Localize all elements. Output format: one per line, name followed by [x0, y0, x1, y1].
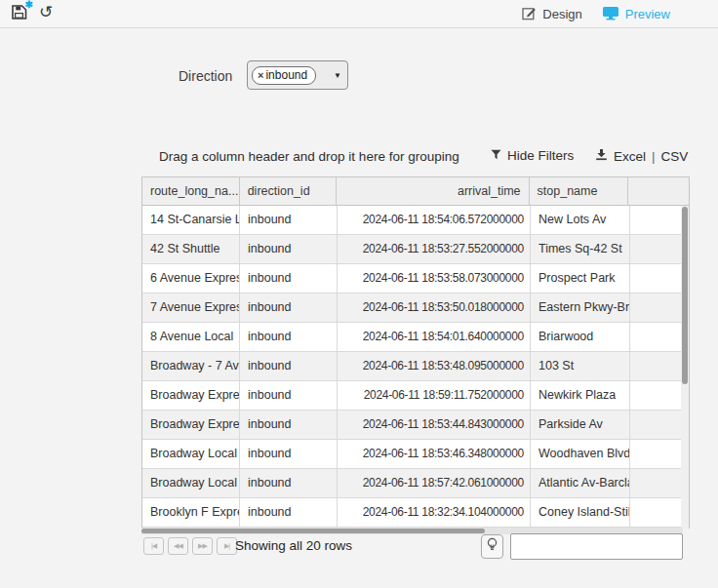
design-mode-label: Design — [542, 7, 581, 21]
cell-stop: Eastern Pkwy-Brooklyn Museum — [531, 294, 630, 322]
cell-direction: inbound — [240, 498, 338, 527]
cell-empty — [630, 411, 682, 439]
pager-first-page-button[interactable]: |◀ — [143, 537, 164, 555]
cell-route: 14 St-Canarsie Local — [142, 206, 240, 234]
column-header-spacer — [628, 177, 689, 205]
design-mode-button[interactable]: Design — [522, 6, 581, 23]
vertical-scrollbar-thumb[interactable] — [682, 207, 688, 384]
cell-direction: inbound — [240, 206, 338, 234]
cell-empty — [630, 381, 682, 410]
group-drop-hint: Drag a column header and drop it here fo… — [159, 149, 459, 164]
cell-route: Broadway Express — [142, 411, 240, 439]
cell-arrival-time: 2024-06-11 18:54:01.640000000 — [338, 323, 531, 351]
table-row[interactable]: Broadway Local inbound 2024-06-11 18:53:… — [142, 440, 682, 469]
cell-stop: Parkside Av — [531, 411, 630, 439]
table-row[interactable]: 6 Avenue Express inbound 2024-06-11 18:5… — [142, 264, 682, 294]
cell-arrival-time: 2024-06-11 18:54:06.572000000 — [338, 206, 531, 234]
cell-route: Broadway Express — [142, 381, 240, 410]
unsaved-changes-star-icon: ✱ — [25, 0, 33, 10]
cell-route: Broadway Local — [142, 469, 240, 497]
cell-route: Brooklyn F Express — [142, 498, 240, 527]
export-separator: | — [652, 149, 656, 164]
preview-mode-button[interactable]: Preview — [602, 6, 670, 23]
pager-next-page-button[interactable]: ▶▶ — [192, 537, 213, 555]
table-row[interactable]: Broadway Local inbound 2024-06-11 18:57:… — [142, 469, 682, 498]
column-header-stop-name[interactable]: stop_name — [530, 177, 629, 205]
table-row[interactable]: 7 Avenue Express inbound 2024-06-11 18:5… — [142, 294, 682, 323]
cell-arrival-time: 2024-06-11 18:53:27.552000000 — [338, 235, 531, 263]
cell-stop: Atlantic Av-Barclays Ctr — [531, 469, 630, 497]
cell-stop: Times Sq-42 St — [531, 235, 630, 263]
grid-search-input[interactable] — [510, 533, 683, 560]
cell-arrival-time: 2024-06-11 18:53:46.348000000 — [338, 440, 531, 468]
table-row[interactable]: 8 Avenue Local inbound 2024-06-11 18:54:… — [142, 323, 682, 352]
cell-stop: Prospect Park — [531, 264, 630, 293]
chevron-down-icon[interactable]: ▼ — [334, 71, 341, 80]
selected-tag-label: inbound — [265, 68, 307, 82]
cell-arrival-time: 2024-06-11 18:53:44.843000000 — [338, 411, 531, 439]
grid-header-row: route_long_na... direction_id arrival_ti… — [142, 177, 689, 206]
pager-last-page-button[interactable]: ▶| — [217, 537, 237, 555]
pager-previous-page-button[interactable]: ◀◀ — [168, 537, 188, 555]
cell-direction: inbound — [240, 469, 338, 497]
cell-direction: inbound — [240, 381, 338, 410]
cell-stop: Briarwood — [531, 323, 630, 351]
cell-stop: Coney Island-Stillwell Av — [531, 498, 630, 527]
filter-funnel-icon — [491, 148, 501, 163]
horizontal-scrollbar-thumb[interactable] — [141, 529, 485, 533]
cell-arrival-time: 2024-06-11 18:59:11.752000000 — [338, 381, 531, 410]
cell-empty — [630, 323, 682, 351]
pencil-square-icon — [522, 6, 537, 23]
cell-stop: 103 St — [531, 352, 630, 380]
hide-filters-button[interactable]: Hide Filters — [491, 148, 574, 163]
cell-arrival-time: 2024-06-11 18:53:48.095000000 — [338, 352, 531, 380]
cell-direction: inbound — [240, 235, 338, 263]
data-grid: route_long_na... direction_id arrival_ti… — [141, 176, 690, 529]
table-row[interactable]: Broadway Express inbound 2024-06-11 18:5… — [142, 411, 682, 440]
table-row[interactable]: 14 St-Canarsie Local inbound 2024-06-11 … — [142, 206, 682, 235]
cell-empty — [630, 235, 682, 263]
grid-body: 14 St-Canarsie Local inbound 2024-06-11 … — [142, 206, 682, 528]
export-excel-link[interactable]: Excel — [614, 149, 646, 164]
vertical-scrollbar[interactable] — [681, 206, 689, 529]
selected-tag-inbound: × inbound — [252, 66, 316, 85]
table-row[interactable]: Brooklyn F Express inbound 2024-06-11 18… — [142, 498, 682, 528]
cell-route: Broadway - 7 Avenue Local — [142, 352, 240, 380]
cell-direction: inbound — [240, 264, 338, 293]
cell-route: 42 St Shuttle — [142, 235, 240, 263]
export-csv-link[interactable]: CSV — [661, 149, 689, 164]
export-controls: Excel | CSV — [595, 148, 688, 164]
cell-arrival-time: 2024-06-11 18:32:34.104000000 — [338, 498, 531, 527]
column-header-route-long-name[interactable]: route_long_na... — [142, 177, 240, 205]
cell-arrival-time: 2024-06-11 18:53:58.073000000 — [338, 264, 531, 293]
cell-route: Broadway Local — [142, 440, 240, 468]
cell-route: 6 Avenue Express — [142, 264, 240, 293]
save-button[interactable]: ✱ — [11, 4, 27, 23]
refresh-button[interactable]: ↺ — [39, 3, 53, 22]
report-preview-page: ✱ ↺ Design — [0, 0, 718, 588]
table-row[interactable]: 42 St Shuttle inbound 2024-06-11 18:53:2… — [142, 235, 682, 264]
toolbar-mode-switch: Design Preview — [522, 0, 670, 28]
cell-route: 8 Avenue Local — [142, 323, 240, 351]
column-header-arrival-time[interactable]: arrival_time — [337, 177, 529, 205]
direction-parameter-label: Direction — [179, 68, 232, 84]
refresh-icon: ↺ — [39, 3, 53, 22]
download-icon — [595, 148, 608, 164]
column-header-direction-id[interactable]: direction_id — [240, 177, 338, 205]
monitor-icon — [602, 6, 619, 23]
cell-stop: Newkirk Plaza — [531, 381, 630, 410]
direction-multiselect[interactable]: × inbound ▼ — [247, 60, 348, 90]
cell-direction: inbound — [240, 352, 338, 380]
cell-direction: inbound — [240, 323, 338, 351]
cell-empty — [630, 264, 682, 293]
cell-arrival-time: 2024-06-11 18:57:42.061000000 — [338, 469, 531, 497]
hide-filters-label: Hide Filters — [507, 148, 574, 163]
search-suggestion-button[interactable] — [481, 534, 503, 559]
table-row[interactable]: Broadway - 7 Avenue Local inbound 2024-0… — [142, 352, 682, 381]
cell-empty — [630, 294, 682, 322]
cell-direction: inbound — [240, 294, 338, 322]
pager: |◀ ◀◀ ▶▶ ▶| — [143, 537, 237, 555]
table-row[interactable]: Broadway Express inbound 2024-06-11 18:5… — [142, 381, 682, 411]
remove-tag-icon[interactable]: × — [258, 69, 263, 81]
preview-mode-label: Preview — [625, 7, 670, 21]
